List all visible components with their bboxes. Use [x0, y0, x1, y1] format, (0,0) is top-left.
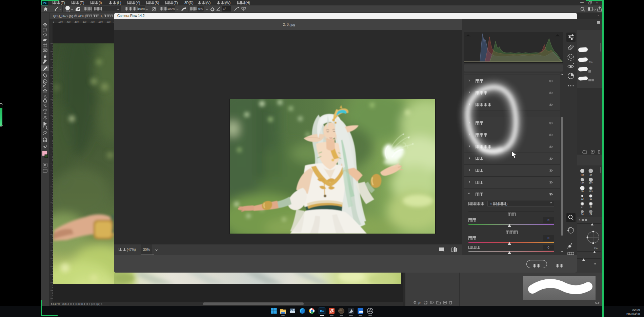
svg-text:127: 127	[589, 182, 593, 184]
svg-text:500: 500	[75, 21, 79, 23]
svg-text:50: 50	[581, 190, 584, 193]
svg-text:3: 3	[53, 21, 54, 23]
svg-text:183: 183	[589, 190, 593, 193]
svg-text:%: %	[594, 262, 596, 265]
svg-text:24: 24	[589, 213, 592, 215]
svg-text:700: 700	[91, 21, 95, 23]
svg-text:60: 60	[589, 174, 592, 176]
svg-text:fx: fx	[418, 301, 421, 304]
svg-text:400: 400	[67, 21, 71, 23]
svg-text:100: 100	[581, 182, 584, 184]
svg-text:19: 19	[589, 198, 592, 200]
svg-text:600: 600	[83, 21, 86, 23]
svg-text:300: 300	[59, 21, 63, 23]
svg-text:Ps: Ps	[320, 309, 324, 313]
svg-text:112: 112	[581, 174, 584, 176]
svg-text:7%: 7%	[594, 247, 598, 250]
svg-text:800: 800	[99, 21, 103, 23]
svg-text:9: 9	[579, 219, 580, 222]
svg-text:2023/3/28: 2023/3/28	[626, 312, 640, 316]
svg-text:14: 14	[581, 213, 584, 215]
svg-text:0%: 0%	[589, 61, 592, 63]
svg-text:27: 27	[581, 205, 584, 208]
svg-text:900: 900	[107, 21, 110, 23]
svg-text:22:29: 22:29	[632, 308, 640, 312]
svg-text:12: 12	[581, 198, 584, 200]
